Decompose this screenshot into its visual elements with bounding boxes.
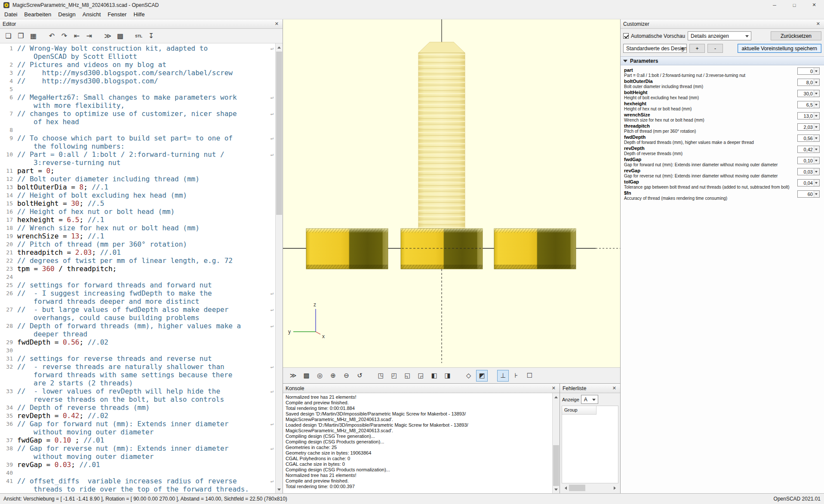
- console-close-icon[interactable]: ✕: [550, 385, 557, 391]
- hscroll-thumb[interactable]: [569, 485, 585, 491]
- menu-item-bearbeiten[interactable]: Bearbeiten: [21, 10, 55, 18]
- zoom-all-button[interactable]: ◎: [314, 370, 326, 382]
- viewport-3d[interactable]: z y x: [283, 19, 620, 367]
- editor-scroll-thumb[interactable]: [276, 52, 282, 215]
- show-details-dropdown[interactable]: Details anzeigen: [688, 31, 751, 40]
- console-scrollbar[interactable]: [552, 393, 560, 493]
- parameter-spinbox[interactable]: 0,04: [797, 179, 820, 186]
- spin-down-icon[interactable]: [814, 150, 819, 153]
- scroll-down-icon[interactable]: [276, 486, 283, 493]
- scroll-up-icon[interactable]: [553, 393, 560, 400]
- indent-button[interactable]: ⇥: [83, 30, 95, 42]
- spin-down-icon[interactable]: [814, 183, 819, 186]
- menu-item-fenster[interactable]: Fenster: [104, 10, 130, 18]
- save-file-button[interactable]: ▦: [28, 30, 39, 42]
- spin-down-icon[interactable]: [814, 172, 819, 175]
- parameter-spinbox[interactable]: 0,10: [797, 157, 820, 164]
- perspective-button[interactable]: ◩: [476, 370, 488, 382]
- view-back-button[interactable]: ◨: [442, 370, 453, 382]
- reset-button[interactable]: Zurücksetzen: [771, 31, 821, 40]
- render-button[interactable]: ▩: [301, 370, 312, 382]
- spin-down-icon[interactable]: [814, 94, 819, 97]
- minimize-button[interactable]: ─: [765, 0, 784, 10]
- error-list-close-icon[interactable]: ✕: [611, 385, 618, 391]
- view-bottom-button[interactable]: ◱: [402, 370, 413, 382]
- code-token: revGap: [17, 461, 46, 469]
- menu-item-hilfe[interactable]: Hilfe: [130, 10, 148, 18]
- maximize-button[interactable]: □: [784, 0, 804, 10]
- view-right-button[interactable]: ◳: [375, 370, 387, 382]
- menu-item-design[interactable]: Design: [55, 10, 79, 18]
- preset-dropdown[interactable]: Standardwerte des Designs: [623, 44, 687, 53]
- remove-preset-button[interactable]: -: [707, 44, 723, 53]
- error-list-hscrollbar[interactable]: [562, 484, 618, 492]
- code-line: 13boltOuterDia = 8; //.1: [0, 183, 275, 191]
- render-button[interactable]: ▩: [114, 30, 126, 42]
- view-left-button[interactable]: ◲: [415, 370, 427, 382]
- open-file-button[interactable]: ❐: [15, 30, 27, 42]
- editor-scrollbar[interactable]: [275, 43, 283, 493]
- checkbox-icon[interactable]: [623, 33, 629, 39]
- editor-close-icon[interactable]: ✕: [274, 21, 280, 27]
- close-button[interactable]: ✕: [804, 0, 824, 10]
- show-crosshairs-button[interactable]: ☐: [524, 370, 535, 382]
- filter-dropdown[interactable]: A: [581, 395, 598, 404]
- view-front-button[interactable]: ◧: [428, 370, 440, 382]
- show-axes-button[interactable]: ⊥: [497, 370, 509, 382]
- parameter-spinbox[interactable]: 0,56: [797, 134, 820, 142]
- auto-preview-checkbox[interactable]: Automatische Vorschau: [623, 33, 685, 39]
- parameter-spinbox[interactable]: 2,03: [797, 123, 820, 131]
- preview-button[interactable]: ≫: [287, 370, 299, 382]
- zoom-out-button[interactable]: ⊖: [341, 370, 352, 382]
- spin-down-icon[interactable]: [814, 116, 819, 119]
- zoom-in-button[interactable]: ⊕: [327, 370, 339, 382]
- console-title: Konsole: [286, 385, 304, 391]
- code-token: // Depth of forward threads (mm), higher…: [17, 322, 241, 330]
- customizer-close-icon[interactable]: ✕: [815, 21, 821, 27]
- unindent-button[interactable]: ⇤: [71, 30, 83, 42]
- menu-item-ansicht[interactable]: Ansicht: [79, 10, 105, 18]
- parameter-spinbox[interactable]: 13,0: [797, 112, 820, 119]
- redo-button[interactable]: ↷: [58, 30, 70, 42]
- print-button[interactable]: ↧: [145, 30, 157, 42]
- scroll-up-icon[interactable]: [276, 43, 283, 51]
- console-line: Compiling design (CSG Tree generation)..…: [286, 434, 550, 439]
- spin-down-icon[interactable]: [814, 138, 819, 142]
- parameter-spinbox[interactable]: 0: [797, 67, 820, 75]
- scroll-left-icon[interactable]: [562, 484, 569, 492]
- code-token: 360: [42, 265, 55, 273]
- group-column-header[interactable]: Group: [562, 406, 596, 415]
- parameter-spinbox[interactable]: 30,0: [797, 90, 820, 97]
- console-scroll-thumb[interactable]: [553, 445, 559, 486]
- new-file-button[interactable]: ❏: [3, 30, 14, 42]
- code-line: 8: [0, 126, 275, 134]
- code-editor[interactable]: 1// Wrong-Way bolt construction kit, ada…: [0, 43, 275, 493]
- show-scale-markers-button[interactable]: ⊦: [510, 370, 522, 382]
- parameter-spinbox[interactable]: 0,03: [797, 168, 820, 175]
- code-line: 32// - reverse threads are naturally sha…: [0, 363, 275, 371]
- spin-down-icon[interactable]: [814, 161, 819, 164]
- parameter-spinbox[interactable]: 0,42: [797, 146, 820, 153]
- scroll-right-icon[interactable]: [611, 484, 618, 492]
- save-preset-button[interactable]: aktuelle Voreinstellung speichern: [738, 44, 821, 53]
- spin-down-icon[interactable]: [814, 127, 819, 131]
- view-diagonal-button[interactable]: ◇: [463, 370, 474, 382]
- code-token: =: [46, 436, 54, 444]
- parameter-boltHeight: boltHeightHeight of bolt excluding hex h…: [624, 90, 824, 101]
- parameters-group-header[interactable]: Parameters: [621, 56, 824, 65]
- preview-button[interactable]: ≫: [102, 30, 114, 42]
- undo-button[interactable]: ↶: [46, 30, 58, 42]
- spin-down-icon[interactable]: [814, 71, 819, 75]
- view-top-button[interactable]: ◰: [388, 370, 400, 382]
- add-preset-button[interactable]: +: [689, 44, 705, 53]
- menu-item-datei[interactable]: Datei: [1, 10, 21, 18]
- scroll-down-icon[interactable]: [553, 486, 560, 493]
- spin-down-icon[interactable]: [814, 82, 819, 86]
- spin-down-icon[interactable]: [814, 105, 819, 108]
- parameter-spinbox[interactable]: 8,0: [797, 79, 820, 86]
- parameter-spinbox[interactable]: 60: [797, 190, 820, 198]
- export-stl-button[interactable]: STL: [133, 30, 145, 42]
- parameter-spinbox[interactable]: 6,5: [797, 101, 820, 108]
- reset-view-button[interactable]: ↺: [354, 370, 366, 382]
- spin-down-icon[interactable]: [814, 194, 819, 198]
